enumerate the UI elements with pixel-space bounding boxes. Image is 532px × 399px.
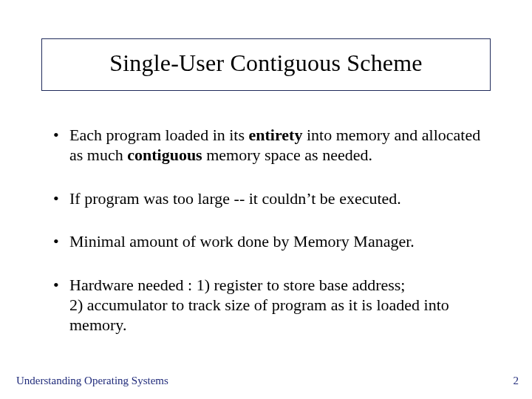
bullet-item: Hardware needed : 1) register to store b… bbox=[52, 276, 488, 335]
bullet-text: Minimal amount of work done by Memory Ma… bbox=[69, 232, 415, 250]
slide-title: Single-User Contiguous Scheme bbox=[50, 50, 482, 77]
slide: Single-User Contiguous Scheme Each progr… bbox=[0, 0, 532, 399]
bullet-text: entirety bbox=[249, 126, 303, 144]
page-number: 2 bbox=[514, 375, 519, 387]
slide-body: Each program loaded in its entirety into… bbox=[52, 126, 488, 335]
footer-left: Understanding Operating Systems bbox=[16, 375, 168, 387]
bullet-list: Each program loaded in its entirety into… bbox=[52, 126, 488, 335]
bullet-text: contiguous bbox=[127, 146, 202, 164]
bullet-item: If program was too large -- it couldn’t … bbox=[52, 189, 488, 209]
bullet-text: If program was too large -- it couldn’t … bbox=[69, 189, 401, 208]
bullet-item: Minimal amount of work done by Memory Ma… bbox=[52, 232, 488, 252]
bullet-item: Each program loaded in its entirety into… bbox=[52, 126, 488, 166]
title-box: Single-User Contiguous Scheme bbox=[41, 38, 491, 91]
bullet-text: Each program loaded in its bbox=[69, 126, 249, 144]
bullet-text: memory space as needed. bbox=[202, 146, 372, 164]
bullet-text: Hardware needed : 1) register to store b… bbox=[69, 276, 449, 334]
